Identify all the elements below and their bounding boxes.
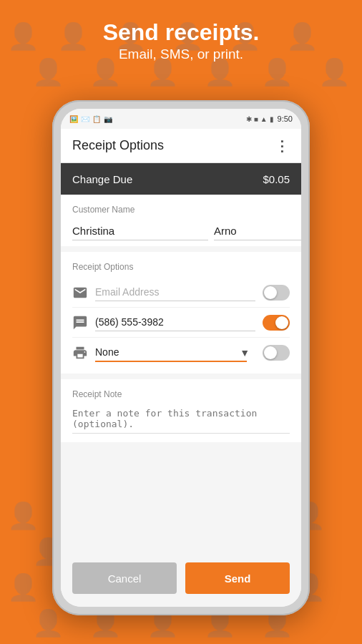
print-toggle[interactable] (263, 345, 290, 361)
app-toolbar: Receipt Options ⋮ (61, 129, 301, 163)
status-icon-camera: 📷 (104, 115, 112, 123)
change-due-label: Change Due (72, 173, 132, 185)
change-due-bar: Change Due $0.05 (61, 163, 301, 195)
header-title: Send receipts. (0, 20, 362, 45)
receipt-options-section: Receipt Options (61, 252, 301, 374)
bluetooth-icon: ✱ (246, 115, 252, 123)
time-display: 9:50 (278, 114, 293, 123)
email-input[interactable] (95, 283, 255, 301)
print-icon (72, 345, 88, 361)
header-subtitle: Email, SMS, or print. (0, 47, 362, 62)
phone-screen: 🖼️ ✉️ 📋 📷 ✱ ■ ▲ ▮ 9:50 Receipt Options ⋮ (61, 109, 301, 607)
customer-name-label: Customer Name (72, 205, 290, 215)
status-bar-right: ✱ ■ ▲ ▮ 9:50 (246, 114, 293, 123)
battery-icon: ▮ (270, 115, 274, 123)
email-icon (72, 285, 88, 301)
sms-icon (72, 315, 88, 331)
print-toggle-knob (264, 346, 277, 359)
phone-frame: 🖼️ ✉️ 📋 📷 ✱ ■ ▲ ▮ 9:50 Receipt Options ⋮ (52, 100, 310, 615)
receipt-note-section: Receipt Note (61, 379, 301, 442)
page-header: Send receipts. Email, SMS, or print. (0, 20, 362, 62)
customer-name-section: Customer Name (61, 195, 301, 246)
email-toggle[interactable] (263, 285, 290, 301)
sms-toggle-knob (275, 316, 288, 329)
status-icon-image: 🖼️ (69, 115, 78, 123)
email-option-row (72, 278, 290, 308)
status-icon-misc: 📋 (92, 115, 101, 123)
sms-option-row (72, 308, 290, 338)
sms-input[interactable] (95, 313, 255, 331)
first-name-input[interactable] (72, 220, 208, 240)
app-content: Receipt Options ⋮ Change Due $0.05 Custo… (61, 129, 301, 607)
sms-toggle[interactable] (263, 315, 290, 331)
cancel-button[interactable]: Cancel (72, 562, 177, 594)
change-due-amount: $0.05 (263, 173, 290, 185)
receipt-options-label: Receipt Options (72, 262, 290, 272)
dropdown-arrow-icon: ▼ (240, 347, 250, 358)
more-options-button[interactable]: ⋮ (275, 137, 290, 155)
print-option-row: None Bluetooth Printer WiFi Printer ▼ (72, 338, 290, 368)
print-dropdown[interactable]: None Bluetooth Printer WiFi Printer (95, 343, 247, 362)
last-name-input[interactable] (214, 220, 301, 240)
receipt-note-input[interactable] (72, 405, 290, 434)
toolbar-title: Receipt Options (72, 138, 275, 153)
customer-name-row (72, 220, 290, 240)
status-bar-left: 🖼️ ✉️ 📋 📷 (69, 115, 112, 123)
bottom-buttons: Cancel Send (72, 562, 290, 594)
signal-icon: ■ (254, 115, 258, 123)
receipt-note-label: Receipt Note (72, 389, 290, 399)
status-icon-mail: ✉️ (81, 115, 89, 123)
wifi-icon: ▲ (260, 115, 268, 123)
send-button[interactable]: Send (185, 562, 290, 594)
status-bar: 🖼️ ✉️ 📋 📷 ✱ ■ ▲ ▮ 9:50 (61, 109, 301, 129)
email-toggle-knob (264, 286, 277, 299)
